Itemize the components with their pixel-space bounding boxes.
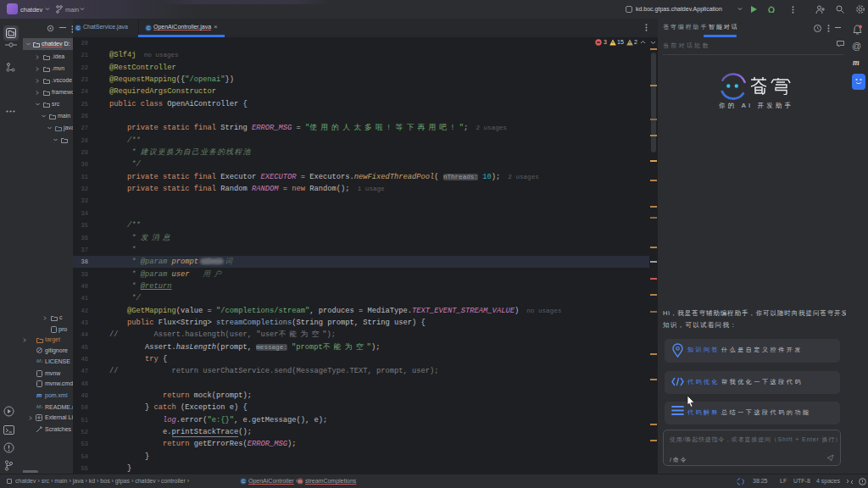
svg-text:C: C xyxy=(76,25,80,30)
svg-text:m: m xyxy=(298,479,302,484)
svg-text:C: C xyxy=(147,25,150,30)
svg-text:C: C xyxy=(242,479,245,484)
